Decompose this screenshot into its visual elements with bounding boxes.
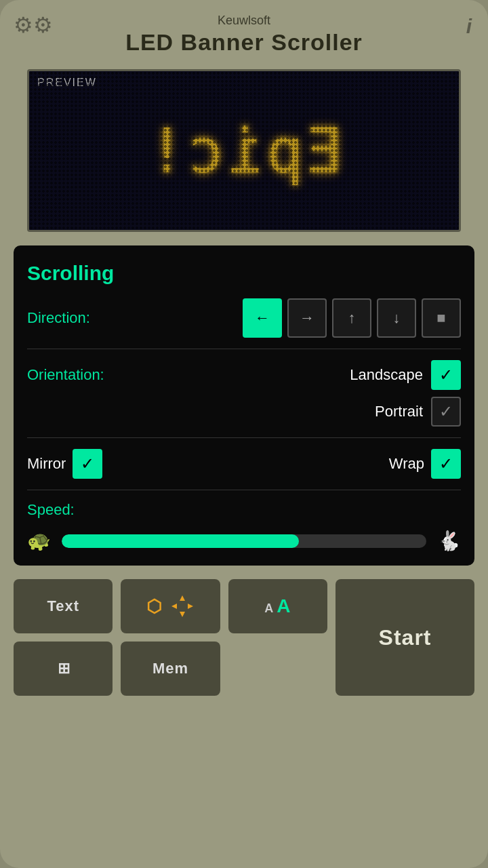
move-icon: ⬡: [146, 594, 194, 618]
brand-label: Keuwlsoft: [218, 14, 270, 28]
portrait-checkbox[interactable]: ✓: [431, 397, 461, 427]
speed-label: Speed:: [27, 501, 461, 519]
landscape-label: Landscape: [350, 366, 423, 384]
font-big-a: A: [277, 595, 291, 617]
font-small-a: A: [264, 601, 274, 616]
start-button[interactable]: Start: [336, 579, 474, 696]
svg-marker-3: [188, 604, 193, 609]
direction-row: Direction: ← → ↑ ↓ ■: [27, 298, 461, 338]
info-icon[interactable]: i: [466, 15, 472, 38]
app-title: LED Banner Scroller: [125, 29, 363, 56]
direction-buttons: ← → ↑ ↓ ■: [243, 298, 461, 338]
dir-stop-button[interactable]: ■: [422, 298, 461, 338]
mirror-label: Mirror: [27, 455, 66, 473]
speed-slider[interactable]: [62, 534, 426, 548]
preview-label: PREVIEW: [37, 77, 97, 89]
dir-left-button[interactable]: ←: [243, 298, 282, 338]
move-arrows-icon: [170, 594, 195, 618]
scrolling-title: Scrolling: [27, 262, 461, 285]
svg-marker-1: [180, 612, 185, 617]
grid-icon: ⊞: [58, 660, 68, 677]
mirror-wrap-row: Mirror ✓ Wrap ✓: [27, 449, 461, 479]
divider-1: [27, 349, 461, 349]
wrap-item: Wrap ✓: [389, 449, 461, 479]
portrait-option: Portrait ✓: [375, 397, 461, 427]
settings-icon[interactable]: ⚙⚙: [14, 12, 53, 38]
portrait-row: Portrait ✓: [27, 397, 461, 427]
orientation-label: Orientation:: [27, 366, 176, 384]
mem-button[interactable]: Mem: [121, 642, 220, 696]
portrait-label: Portrait: [375, 403, 423, 420]
move-button[interactable]: ⬡: [121, 579, 220, 633]
landscape-row: Orientation: Landscape ✓: [27, 360, 461, 390]
svg-marker-0: [180, 595, 185, 601]
speed-fill: [62, 534, 299, 548]
led-display: Epic!: [29, 71, 459, 230]
turtle-icon: 🐢: [27, 530, 51, 552]
dir-up-button[interactable]: ↑: [332, 298, 371, 338]
led-preview: PREVIEW Epic!: [27, 69, 461, 232]
control-panel: Scrolling Direction: ← → ↑ ↓ ■ Orientati…: [14, 245, 474, 566]
rabbit-icon: 🐇: [437, 530, 461, 552]
text-button[interactable]: Text: [14, 579, 113, 633]
wrap-label: Wrap: [389, 455, 424, 473]
svg-marker-2: [171, 604, 177, 609]
divider-2: [27, 437, 461, 438]
divider-3: [27, 490, 461, 490]
speed-row: 🐢 🐇: [27, 530, 461, 552]
mirror-checkbox[interactable]: ✓: [73, 449, 102, 479]
header: ⚙⚙ Keuwlsoft LED Banner Scroller i: [0, 0, 488, 62]
orientation-section: Orientation: Landscape ✓ Portrait ✓: [27, 360, 461, 427]
landscape-checkbox[interactable]: ✓: [431, 360, 461, 390]
led-text: Epic!: [146, 115, 343, 186]
app-background: ⚙⚙ Keuwlsoft LED Banner Scroller i PREVI…: [0, 0, 488, 868]
mirror-item: Mirror ✓: [27, 449, 102, 479]
wrap-checkbox[interactable]: ✓: [431, 449, 461, 479]
font-icon: A A: [264, 595, 291, 617]
dir-right-button[interactable]: →: [287, 298, 327, 338]
bottom-buttons: Text ⬡ A A Start: [14, 579, 474, 696]
speed-section: Speed: 🐢 🐇: [27, 501, 461, 552]
font-button[interactable]: A A: [228, 579, 327, 633]
landscape-option: Landscape ✓: [350, 360, 461, 390]
dir-down-button[interactable]: ↓: [377, 298, 416, 338]
grid-button[interactable]: ⊞: [14, 642, 113, 696]
direction-label: Direction:: [27, 309, 136, 327]
